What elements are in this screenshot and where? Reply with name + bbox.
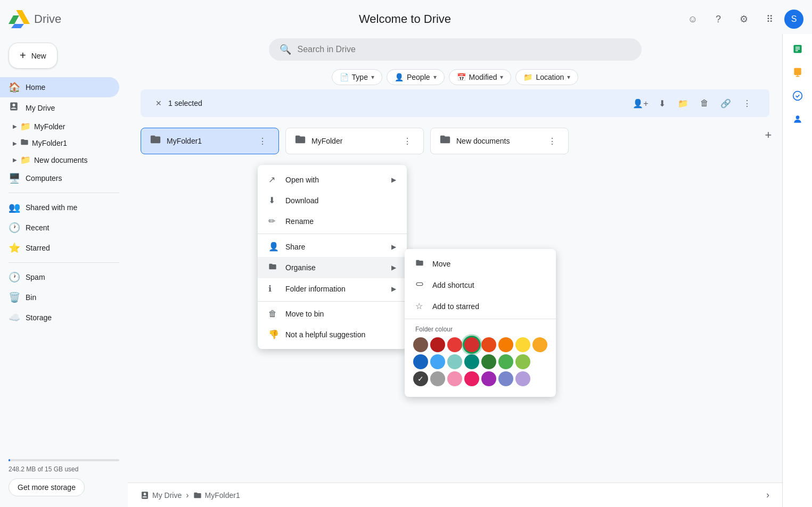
add-person-button[interactable]: 👤+ xyxy=(631,94,650,113)
right-panel-btn-sheets[interactable] xyxy=(787,38,808,60)
sidebar-label-my-drive: My Drive xyxy=(26,104,55,112)
folder-card-myfolder[interactable]: MyFolder ⋮ xyxy=(285,128,424,154)
storage-section: 248.2 MB of 15 GB used Get more storage xyxy=(0,453,128,503)
folder-icon-myfolder: 📁 xyxy=(20,121,31,131)
svg-rect-9 xyxy=(797,75,798,77)
sidebar-label-spam: Spam xyxy=(26,273,45,281)
delete-button[interactable]: 🗑 xyxy=(695,94,714,113)
apps-icon[interactable]: ⠿ xyxy=(759,9,780,30)
deselect-button[interactable]: ✕ xyxy=(153,97,164,110)
sidebar-label-myfolder: MyFolder xyxy=(34,122,65,131)
drive-logo-icon xyxy=(9,10,30,28)
svg-rect-7 xyxy=(794,68,801,75)
app-container: Drive Welcome to Drive ☺ ? ⚙ ⠿ S + New xyxy=(0,0,812,507)
svg-rect-6 xyxy=(795,51,798,52)
new-button[interactable]: + New xyxy=(9,43,58,69)
recent-icon: 🕐 xyxy=(9,222,19,234)
svg-marker-1 xyxy=(9,15,19,24)
avatar[interactable]: S xyxy=(784,10,803,29)
folder-grid: MyFolder1 ⋮ MyFolder ⋮ xyxy=(141,128,769,154)
filter-chip-type[interactable]: 📄 Type ▾ xyxy=(332,69,382,85)
filter-chip-location[interactable]: 📁 Location ▾ xyxy=(515,69,578,85)
sidebar-label-storage: Storage xyxy=(26,313,52,322)
my-drive-icon xyxy=(9,102,19,114)
sidebar-item-starred[interactable]: ⭐ Starred xyxy=(0,238,119,258)
breadcrumb-expand-button[interactable]: › xyxy=(766,489,769,501)
sidebar-label-new-documents: New documents xyxy=(34,156,87,164)
sidebar-item-computers[interactable]: 🖥️ Computers xyxy=(0,168,119,188)
logo-area: Drive xyxy=(9,10,128,28)
breadcrumb-bar: My Drive › MyFolder1 › xyxy=(128,483,782,507)
type-filter-icon: 📄 xyxy=(340,73,349,81)
breadcrumb-arrow: › xyxy=(186,491,188,500)
sidebar-item-myfolder1[interactable]: ▶ MyFolder1 xyxy=(0,135,119,152)
starred-icon: ⭐ xyxy=(9,242,19,254)
home-icon: 🏠 xyxy=(9,81,19,93)
sidebar-item-home[interactable]: 🏠 Home xyxy=(0,77,119,97)
sidebar-label-shared: Shared with me xyxy=(26,203,77,212)
sidebar-item-shared[interactable]: 👥 Shared with me xyxy=(0,197,119,218)
people-filter-icon: 👤 xyxy=(395,73,404,81)
folder-icon-card-new-docs xyxy=(439,134,451,148)
folder-more-button-myfolder[interactable]: ⋮ xyxy=(400,134,415,148)
search-input[interactable] xyxy=(298,45,631,54)
right-panel-btn-keep[interactable] xyxy=(787,62,808,83)
arrow-icon2: ▶ xyxy=(13,140,17,146)
sidebar-item-spam[interactable]: 🕐 Spam xyxy=(0,267,119,287)
svg-marker-0 xyxy=(17,10,30,24)
spam-icon: 🕐 xyxy=(9,271,19,283)
sidebar-label-recent: Recent xyxy=(26,223,49,232)
main-content: 🔍 📄 Type ▾ 👤 People ▾ 📅 Modif xyxy=(128,34,782,507)
folder-more-button-new-docs[interactable]: ⋮ xyxy=(545,134,560,148)
topbar-right: ☺ ? ⚙ ⠿ S xyxy=(682,9,803,30)
location-filter-label: Location xyxy=(536,73,564,81)
sidebar-item-myfolder[interactable]: ▶ 📁 MyFolder xyxy=(0,118,119,135)
emoji-icon[interactable]: ☺ xyxy=(682,9,703,30)
more-options-button[interactable]: ⋮ xyxy=(737,94,757,113)
folder-name-myfolder1: MyFolder1 xyxy=(167,137,250,145)
folder-card-myfolder1[interactable]: MyFolder1 ⋮ xyxy=(141,128,279,154)
get-link-button[interactable]: 🔗 xyxy=(716,94,735,113)
help-icon[interactable]: ? xyxy=(708,9,729,30)
modified-filter-label: Modified xyxy=(469,73,497,81)
sidebar-item-storage[interactable]: ☁️ Storage xyxy=(0,307,119,328)
search-bar[interactable]: 🔍 xyxy=(269,38,642,61)
breadcrumb-expand: › xyxy=(766,489,769,501)
breadcrumb-my-drive[interactable]: My Drive xyxy=(141,491,182,500)
breadcrumb-my-drive-label: My Drive xyxy=(152,491,182,500)
filter-chip-modified[interactable]: 📅 Modified ▾ xyxy=(449,69,512,85)
storage-bar-background xyxy=(9,459,119,461)
filter-chip-people[interactable]: 👤 People ▾ xyxy=(387,69,445,85)
bin-icon: 🗑️ xyxy=(9,292,19,303)
sidebar-item-recent[interactable]: 🕐 Recent xyxy=(0,218,119,238)
sidebar-divider xyxy=(9,193,119,193)
sidebar-item-new-documents[interactable]: ▶ 📁 New documents xyxy=(0,152,119,168)
folder-card-new-documents[interactable]: New documents ⋮ xyxy=(430,128,569,154)
folder-icon-new-docs: 📁 xyxy=(20,155,31,165)
storage-bar-fill xyxy=(9,459,10,461)
right-panel-btn-tasks[interactable] xyxy=(787,85,808,106)
welcome-title-area: Welcome to Drive xyxy=(128,12,682,26)
search-area: 🔍 xyxy=(128,34,782,65)
download-button[interactable]: ⬇ xyxy=(652,94,671,113)
settings-icon[interactable]: ⚙ xyxy=(733,9,754,30)
move-to-folder-button[interactable]: 📁 xyxy=(674,94,693,113)
location-filter-icon: 📁 xyxy=(523,73,532,81)
action-bar: ✕ 1 selected 👤+ ⬇ 📁 🗑 🔗 ⋮ xyxy=(141,89,769,117)
folder-icon-card-myfolder xyxy=(294,134,306,148)
modified-filter-icon: 📅 xyxy=(457,73,466,81)
sidebar-label-myfolder1: MyFolder1 xyxy=(32,139,67,147)
right-panel-btn-contacts[interactable] xyxy=(787,109,808,130)
people-filter-arrow: ▾ xyxy=(433,73,437,81)
sidebar-item-my-drive[interactable]: My Drive xyxy=(0,97,119,118)
folder-name-new-documents: New documents xyxy=(456,137,539,145)
folder-more-button-myfolder1[interactable]: ⋮ xyxy=(255,134,270,148)
people-filter-label: People xyxy=(407,73,430,81)
type-filter-arrow: ▾ xyxy=(371,73,374,81)
get-more-storage-button[interactable]: Get more storage xyxy=(9,478,85,496)
sidebar-item-bin[interactable]: 🗑️ Bin xyxy=(0,287,119,307)
breadcrumb-myfolder1[interactable]: MyFolder1 xyxy=(193,491,240,500)
breadcrumb-drive-icon xyxy=(141,491,149,500)
folder-icon-myfolder1 xyxy=(20,138,29,148)
add-folder-button[interactable]: + xyxy=(759,126,778,145)
